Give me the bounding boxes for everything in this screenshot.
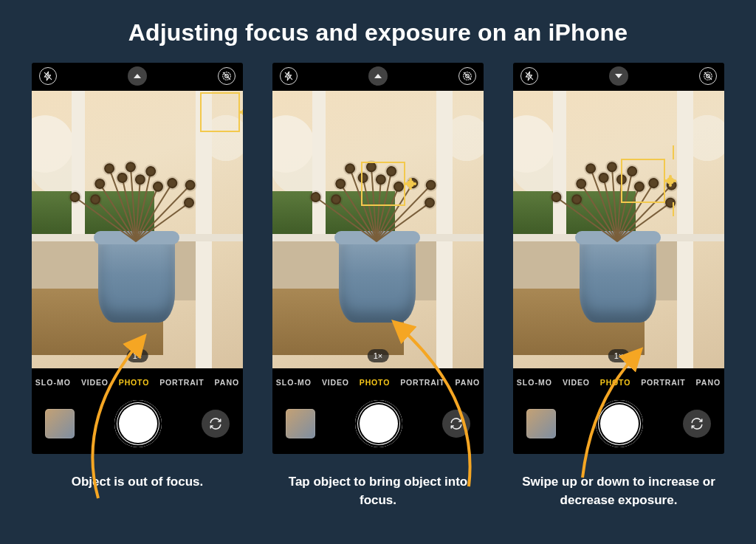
mode-photo[interactable]: PHOTO bbox=[600, 378, 630, 387]
shutter-button[interactable] bbox=[114, 400, 162, 447]
mode-portrait[interactable]: PORTRAIT bbox=[400, 378, 444, 387]
zoom-level[interactable]: 1× bbox=[368, 349, 389, 362]
live-photo-off-icon[interactable] bbox=[218, 67, 236, 85]
mode-photo[interactable]: PHOTO bbox=[360, 378, 390, 387]
mode-selector[interactable]: SLO-MOVIDEOPHOTOPORTRAITPANO bbox=[32, 371, 243, 393]
shutter-button[interactable] bbox=[355, 400, 402, 447]
page-title: Adjusting focus and exposure on an iPhon… bbox=[0, 0, 756, 47]
chevron-down-icon[interactable] bbox=[609, 66, 628, 86]
mode-slo-mo[interactable]: SLO-MO bbox=[35, 378, 71, 387]
iphone-camera-ui: 1×SLO-MOVIDEOPHOTOPORTRAITPANO bbox=[513, 63, 724, 454]
live-photo-off-icon[interactable] bbox=[458, 67, 476, 85]
mode-pano[interactable]: PANO bbox=[215, 378, 240, 387]
mode-selector[interactable]: SLO-MOVIDEOPHOTOPORTRAITPANO bbox=[272, 371, 484, 393]
exposure-sun-icon[interactable] bbox=[407, 180, 414, 187]
last-photo-thumbnail[interactable] bbox=[526, 409, 556, 438]
mode-portrait[interactable]: PORTRAIT bbox=[159, 378, 204, 387]
exposure-slider[interactable] bbox=[673, 145, 674, 216]
flash-off-icon[interactable] bbox=[520, 67, 538, 85]
zoom-level[interactable]: 1× bbox=[608, 349, 630, 362]
iphone-camera-ui: 1×SLO-MOVIDEOPHOTOPORTRAITPANO bbox=[32, 63, 243, 454]
mode-pano[interactable]: PANO bbox=[456, 378, 481, 387]
mode-selector[interactable]: SLO-MOVIDEOPHOTOPORTRAITPANO bbox=[513, 371, 724, 393]
focus-indicator bbox=[361, 162, 405, 206]
shutter-button[interactable] bbox=[596, 400, 643, 447]
focus-indicator bbox=[621, 159, 665, 203]
panel-caption: Swipe up or down to increase or decrease… bbox=[513, 473, 724, 509]
viewfinder[interactable]: 1× bbox=[513, 91, 724, 368]
chevron-up-icon[interactable] bbox=[368, 66, 388, 86]
mode-portrait[interactable]: PORTRAIT bbox=[641, 378, 685, 387]
panel-caption: Tap object to bring object into focus. bbox=[272, 473, 484, 509]
last-photo-thumbnail[interactable] bbox=[286, 409, 315, 438]
camera-flip-button[interactable] bbox=[683, 410, 711, 438]
camera-flip-button[interactable] bbox=[202, 410, 230, 438]
iphone-camera-ui: 1×SLO-MOVIDEOPHOTOPORTRAITPANO bbox=[272, 63, 484, 454]
mode-video[interactable]: VIDEO bbox=[563, 378, 590, 387]
viewfinder[interactable]: 1× bbox=[32, 91, 243, 368]
zoom-level[interactable]: 1× bbox=[127, 349, 148, 362]
mode-slo-mo[interactable]: SLO-MO bbox=[517, 378, 552, 387]
last-photo-thumbnail[interactable] bbox=[45, 409, 75, 438]
focus-indicator bbox=[200, 92, 240, 132]
panel-caption: Object is out of focus. bbox=[32, 473, 243, 492]
flash-off-icon[interactable] bbox=[280, 67, 298, 85]
mode-video[interactable]: VIDEO bbox=[81, 378, 109, 387]
chevron-up-icon[interactable] bbox=[128, 66, 147, 86]
viewfinder[interactable]: 1× bbox=[272, 91, 484, 368]
flash-off-icon[interactable] bbox=[39, 67, 57, 85]
mode-slo-mo[interactable]: SLO-MO bbox=[276, 378, 312, 387]
mode-video[interactable]: VIDEO bbox=[322, 378, 349, 387]
camera-flip-button[interactable] bbox=[442, 410, 470, 438]
mode-photo[interactable]: PHOTO bbox=[119, 378, 149, 387]
live-photo-off-icon[interactable] bbox=[699, 67, 717, 85]
mode-pano[interactable]: PANO bbox=[696, 378, 721, 387]
